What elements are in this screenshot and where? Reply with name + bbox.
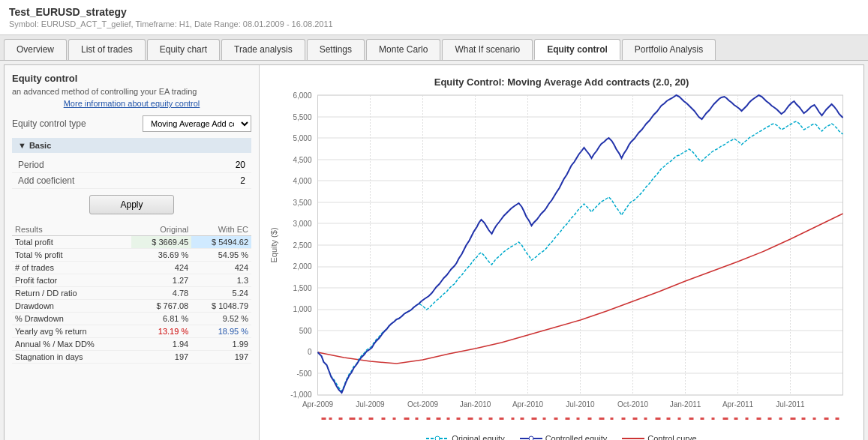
result-row: # of trades424424 xyxy=(12,262,251,274)
svg-point-105 xyxy=(529,436,533,440)
tab-monte-carlo[interactable]: Monte Carlo xyxy=(366,39,440,60)
svg-rect-60 xyxy=(382,418,386,420)
svg-rect-92 xyxy=(734,418,738,420)
chart-legend: Original equity Controlled equity Contro… xyxy=(263,434,860,440)
svg-text:Jul-2009: Jul-2009 xyxy=(356,400,385,409)
right-panel: Equity Control: Moving Average Add contr… xyxy=(260,65,863,440)
svg-rect-91 xyxy=(723,418,728,420)
svg-rect-85 xyxy=(656,418,661,420)
svg-text:1,000: 1,000 xyxy=(293,305,311,313)
svg-text:2,500: 2,500 xyxy=(293,241,311,250)
svg-rect-101 xyxy=(836,418,839,420)
svg-rect-74 xyxy=(532,418,537,420)
equity-control-type-select[interactable]: Moving Average Add co... xyxy=(143,115,251,132)
results-header-0: Results xyxy=(12,223,131,236)
svg-rect-95 xyxy=(768,418,772,420)
svg-text:-500: -500 xyxy=(296,370,311,378)
result-row: Total % profit36.69 %54.95 % xyxy=(12,249,251,262)
legend-controlled: Controlled equity xyxy=(520,434,608,440)
svg-rect-65 xyxy=(437,418,441,420)
svg-rect-58 xyxy=(359,418,362,420)
svg-rect-54 xyxy=(322,418,326,420)
svg-text:1,500: 1,500 xyxy=(293,284,311,292)
results-header-1: Original xyxy=(131,223,191,236)
equity-chart: Equity Control: Moving Average Add contr… xyxy=(263,69,860,429)
svg-text:Equity ($): Equity ($) xyxy=(269,227,278,262)
svg-text:4,500: 4,500 xyxy=(293,156,311,164)
svg-rect-73 xyxy=(521,418,524,420)
svg-rect-83 xyxy=(633,418,638,420)
svg-text:-1,000: -1,000 xyxy=(290,391,312,399)
svg-point-103 xyxy=(435,436,440,440)
svg-text:Apr-2009: Apr-2009 xyxy=(302,400,334,409)
svg-rect-96 xyxy=(779,418,782,420)
svg-rect-64 xyxy=(427,418,431,420)
svg-rect-79 xyxy=(588,418,592,420)
svg-text:2,000: 2,000 xyxy=(293,262,311,271)
svg-rect-100 xyxy=(824,418,829,420)
window-subtitle: Symbol: EURUSD_ACT_T_gelief, Timeframe: … xyxy=(9,19,859,28)
param-row: Add coeficient2 xyxy=(12,173,251,189)
result-row: Drawdown$ 767.08$ 1048.79 xyxy=(12,300,251,313)
svg-text:Equity Control: Moving Average: Equity Control: Moving Average Add contr… xyxy=(434,76,689,88)
tab-equity-control[interactable]: Equity control xyxy=(534,39,620,60)
tab-settings[interactable]: Settings xyxy=(307,39,365,60)
tab-portfolio-analysis[interactable]: Portfolio Analysis xyxy=(622,39,716,60)
svg-rect-97 xyxy=(791,418,796,420)
tab-list-of-trades[interactable]: List of trades xyxy=(68,39,146,60)
svg-rect-57 xyxy=(350,418,356,420)
svg-rect-90 xyxy=(712,418,715,420)
param-row: Period20 xyxy=(12,157,251,173)
tab-overview[interactable]: Overview xyxy=(4,39,67,60)
svg-text:Apr-2010: Apr-2010 xyxy=(512,400,544,409)
svg-rect-89 xyxy=(701,418,704,420)
svg-rect-75 xyxy=(543,418,546,420)
svg-rect-71 xyxy=(500,418,504,420)
result-row: Yearly avg % return13.19 %18.95 % xyxy=(12,325,251,338)
tab-what-if-scenario[interactable]: What If scenario xyxy=(442,39,533,60)
svg-rect-72 xyxy=(512,418,515,420)
basic-section-header[interactable]: ▼ Basic xyxy=(12,138,251,153)
panel-title: Equity control xyxy=(12,73,251,84)
svg-text:Oct-2009: Oct-2009 xyxy=(407,400,439,409)
svg-text:0: 0 xyxy=(308,348,312,356)
svg-rect-76 xyxy=(554,418,558,420)
result-row: Profit factor1.271.3 xyxy=(12,274,251,287)
svg-rect-81 xyxy=(611,418,614,420)
panel-subtitle: an advanced method of controlling your E… xyxy=(12,87,251,96)
svg-rect-77 xyxy=(566,418,570,420)
svg-rect-66 xyxy=(447,418,450,420)
svg-text:5,000: 5,000 xyxy=(293,134,311,142)
svg-text:5,500: 5,500 xyxy=(293,113,311,121)
svg-text:Apr-2011: Apr-2011 xyxy=(722,400,754,409)
svg-rect-69 xyxy=(479,418,482,420)
svg-rect-61 xyxy=(393,418,396,420)
svg-rect-68 xyxy=(468,418,473,420)
svg-text:Oct-2010: Oct-2010 xyxy=(617,400,649,409)
window-title: Test_EURUSD_strategy xyxy=(9,6,859,18)
tab-equity-chart[interactable]: Equity chart xyxy=(147,39,220,60)
svg-rect-88 xyxy=(689,418,694,420)
result-row: % Drawdown6.81 %9.52 % xyxy=(12,313,251,325)
svg-rect-67 xyxy=(457,418,461,420)
svg-text:Jul-2011: Jul-2011 xyxy=(776,400,805,409)
tabs-bar: OverviewList of tradesEquity chartTrade … xyxy=(0,35,868,61)
type-label: Equity control type xyxy=(12,118,143,129)
apply-button[interactable]: Apply xyxy=(89,195,173,214)
svg-text:3,000: 3,000 xyxy=(293,220,311,228)
svg-rect-62 xyxy=(404,418,410,420)
panel-link[interactable]: More information about equity control xyxy=(12,99,251,108)
result-row: Total profit$ 3669.45$ 5494.62 xyxy=(12,236,251,249)
title-bar: Test_EURUSD_strategy Symbol: EURUSD_ACT_… xyxy=(0,0,868,35)
collapse-icon: ▼ xyxy=(18,141,26,150)
svg-text:6,000: 6,000 xyxy=(293,91,311,100)
svg-rect-94 xyxy=(757,418,761,420)
legend-original: Original equity xyxy=(426,434,504,440)
svg-rect-86 xyxy=(667,418,671,420)
svg-text:Jan-2011: Jan-2011 xyxy=(670,400,701,409)
result-row: Return / DD ratio4.785.24 xyxy=(12,287,251,300)
svg-rect-78 xyxy=(577,418,580,420)
results-header-2: With EC xyxy=(191,223,251,236)
svg-rect-80 xyxy=(599,418,605,420)
tab-trade-analysis[interactable]: Trade analysis xyxy=(221,39,305,60)
